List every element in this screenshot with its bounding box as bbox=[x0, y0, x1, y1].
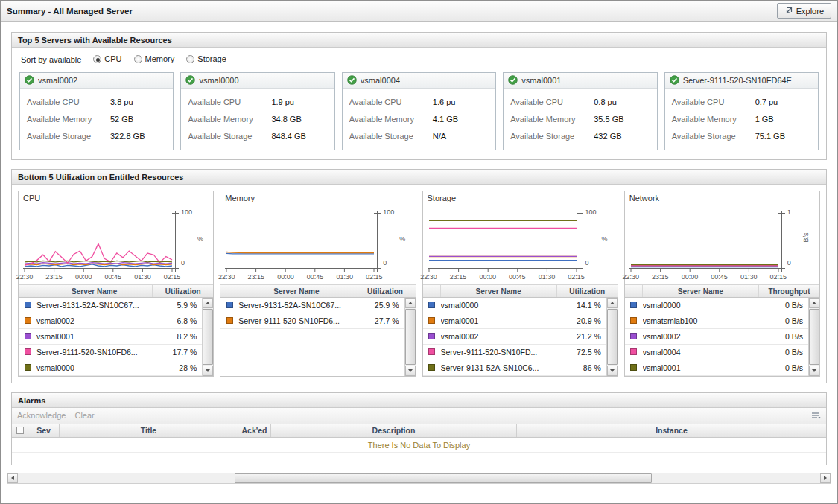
alarm-column-ack-ed[interactable]: Ack'ed bbox=[238, 424, 271, 437]
x-axis-tick-label: 22:30 bbox=[215, 273, 238, 281]
util-panel-title: CPU bbox=[19, 191, 213, 205]
table-row[interactable]: vsmal00040 B/s bbox=[625, 345, 808, 360]
up-arrow-icon bbox=[206, 302, 210, 304]
series-color-swatch bbox=[630, 333, 637, 339]
resource-label: Available Memory bbox=[27, 115, 110, 124]
server-name-column-header[interactable]: Server Name bbox=[36, 285, 153, 297]
table-row[interactable]: vsmal000221.2 % bbox=[423, 329, 606, 345]
vertical-scrollbar[interactable] bbox=[808, 298, 819, 376]
table-row[interactable]: Server-9111-520-SN10FD...72.5 % bbox=[423, 345, 606, 360]
value-column-header[interactable]: Utilization bbox=[153, 285, 213, 297]
value-column-header[interactable]: Throughput bbox=[759, 285, 819, 297]
table-row[interactable]: Server-9131-52A-SN10C67...5.9 % bbox=[19, 298, 202, 313]
table-row[interactable]: Server-9131-52A-SN10C67...25.9 % bbox=[220, 298, 404, 313]
scroll-thumb[interactable] bbox=[607, 309, 618, 365]
value-cell: 14.1 % bbox=[557, 298, 606, 313]
scroll-right-button[interactable] bbox=[820, 473, 831, 483]
server-card-header[interactable]: vsmal0001 bbox=[504, 73, 656, 89]
value-cell: 25.9 % bbox=[355, 298, 404, 313]
server-card-header[interactable]: vsmal0000 bbox=[181, 73, 334, 89]
alarm-column-description[interactable]: Description bbox=[271, 424, 517, 437]
table-row[interactable]: vsmal00020 B/s bbox=[625, 329, 808, 345]
scroll-up-button[interactable] bbox=[405, 298, 416, 308]
x-axis-tick-label: 22:30 bbox=[418, 273, 440, 281]
radio-icon bbox=[186, 55, 194, 63]
alarm-column-sev[interactable]: Sev bbox=[28, 424, 60, 437]
alarm-column-title[interactable]: Title bbox=[60, 424, 238, 437]
scroll-down-button[interactable] bbox=[809, 366, 819, 376]
swatch-cell bbox=[19, 329, 36, 344]
horizontal-scrollbar[interactable] bbox=[7, 473, 831, 484]
scroll-thumb[interactable] bbox=[809, 309, 819, 365]
status-ok-icon bbox=[25, 75, 34, 85]
resource-value: 34.8 GB bbox=[271, 115, 301, 124]
table-row[interactable]: vsmal000014.1 % bbox=[423, 298, 606, 313]
chart-canvas bbox=[629, 210, 787, 274]
server-card-header[interactable]: vsmal0004 bbox=[343, 73, 495, 89]
resource-label: Available Memory bbox=[672, 115, 755, 124]
table-row[interactable]: vsmal000120.9 % bbox=[423, 313, 606, 329]
table-row[interactable]: vsmal000028 % bbox=[19, 360, 202, 376]
server-name-column-header[interactable]: Server Name bbox=[643, 285, 759, 297]
table-row[interactable]: vsmal00000 B/s bbox=[625, 298, 808, 313]
swatch-cell bbox=[625, 360, 643, 375]
alarm-action-clear[interactable]: Clear bbox=[74, 411, 94, 420]
scroll-track[interactable] bbox=[405, 308, 416, 366]
table-row[interactable]: Server-9111-520-SN10FD6...17.7 % bbox=[19, 345, 202, 360]
y-axis-max-label: 100 bbox=[585, 208, 597, 216]
alarm-action-acknowledge[interactable]: Acknowledge bbox=[17, 411, 66, 420]
vertical-scrollbar[interactable] bbox=[202, 298, 213, 376]
vertical-scrollbar[interactable] bbox=[404, 298, 416, 376]
server-name-column-header[interactable]: Server Name bbox=[238, 285, 355, 297]
value-cell: 0 B/s bbox=[759, 329, 808, 344]
server-card-body: Available CPU0.8 puAvailable Memory35.5 … bbox=[504, 89, 656, 150]
horizontal-scroll-thumb[interactable] bbox=[235, 473, 652, 483]
alarm-column-instance[interactable]: Instance bbox=[517, 424, 826, 437]
resource-row: Available CPU3.8 pu bbox=[27, 94, 166, 111]
value-column-header[interactable]: Utilization bbox=[557, 285, 618, 297]
server-name: vsmal0000 bbox=[199, 76, 238, 85]
scroll-down-button[interactable] bbox=[607, 366, 618, 376]
table-row[interactable]: vsmal00026.8 % bbox=[19, 313, 202, 329]
server-name-column-header[interactable]: Server Name bbox=[441, 285, 557, 297]
top5-panel: Top 5 Servers with Available Resources S… bbox=[11, 32, 827, 160]
server-card-header[interactable]: vsmal0002 bbox=[20, 73, 173, 89]
scroll-track[interactable] bbox=[607, 308, 618, 366]
up-arrow-icon bbox=[408, 302, 413, 304]
status-ok-icon bbox=[185, 75, 195, 85]
sort-radio-cpu[interactable]: CPU bbox=[93, 54, 121, 63]
table-row[interactable]: vsmal00018.2 % bbox=[19, 329, 202, 345]
value-column-header[interactable]: Utilization bbox=[355, 285, 416, 297]
select-all-checkbox[interactable] bbox=[16, 427, 24, 434]
vertical-scrollbar[interactable] bbox=[606, 298, 618, 376]
series-color-swatch bbox=[428, 348, 435, 355]
scroll-up-button[interactable] bbox=[203, 298, 213, 308]
scroll-up-button[interactable] bbox=[607, 298, 618, 308]
sort-radio-memory[interactable]: Memory bbox=[134, 54, 175, 63]
table-row[interactable]: vsmal00010 B/s bbox=[625, 360, 808, 376]
resource-value: 1.9 pu bbox=[271, 98, 294, 106]
table-row[interactable]: Server-9131-52A-SN10C6...86 % bbox=[423, 360, 606, 376]
x-axis-tick-label: 22:30 bbox=[13, 273, 36, 281]
server-card-header[interactable]: Server-9111-520-SN10FD64E bbox=[665, 73, 818, 89]
table-row[interactable]: vsmatsmlab1000 B/s bbox=[625, 313, 808, 329]
server-name-cell: Server-9111-520-SN10FD6... bbox=[238, 313, 355, 328]
scroll-track[interactable] bbox=[809, 308, 819, 366]
scroll-left-button[interactable] bbox=[7, 473, 18, 483]
down-arrow-icon bbox=[812, 369, 816, 372]
scroll-down-button[interactable] bbox=[203, 366, 213, 376]
scroll-thumb[interactable] bbox=[405, 309, 416, 365]
resource-label: Available CPU bbox=[188, 98, 271, 106]
scroll-up-button[interactable] bbox=[809, 298, 819, 308]
table-options-icon[interactable] bbox=[810, 411, 821, 420]
x-axis-tick-label: 01:30 bbox=[131, 273, 153, 281]
scroll-track[interactable] bbox=[203, 308, 213, 366]
explore-button[interactable]: Explore bbox=[777, 3, 831, 19]
x-axis-tick-label: 02:15 bbox=[363, 273, 385, 281]
scroll-thumb[interactable] bbox=[203, 309, 213, 365]
table-row[interactable]: Server-9111-520-SN10FD6...27.7 % bbox=[220, 313, 404, 329]
scroll-down-button[interactable] bbox=[405, 366, 416, 376]
horizontal-scroll-track[interactable] bbox=[18, 473, 820, 483]
resource-value: 1.6 pu bbox=[433, 98, 456, 106]
sort-radio-storage[interactable]: Storage bbox=[186, 54, 226, 63]
